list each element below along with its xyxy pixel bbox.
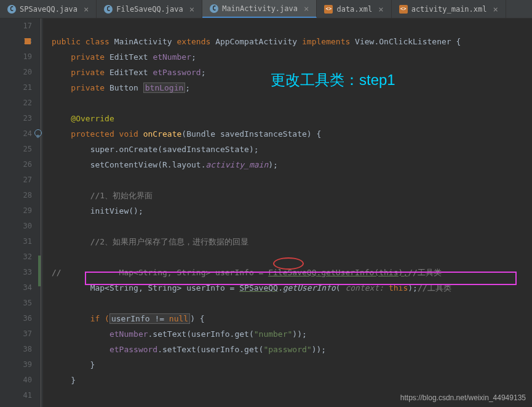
tab-label: activity_main.xml <box>411 5 487 14</box>
annotation-highlight-box <box>85 272 517 285</box>
tab-filesaveqq[interactable]: C FileSaveQQ.java × <box>97 0 202 18</box>
java-class-icon: C <box>7 5 16 14</box>
tab-label: FileSaveQQ.java <box>116 5 183 14</box>
close-icon[interactable]: × <box>189 4 194 14</box>
line-number: 18 <box>0 34 32 49</box>
line-number-gutter: 17 18 19 20 21 22 23 24 25 26 27 28 29 3… <box>0 18 43 407</box>
line-number: 31 <box>0 234 32 249</box>
line-number: 25 <box>0 142 32 157</box>
line-number: 32 <box>0 249 32 265</box>
code-editor[interactable]: 17 18 19 20 21 22 23 24 25 26 27 28 29 3… <box>0 18 532 407</box>
line-number: 17 <box>0 18 32 34</box>
annotation-circle <box>273 257 304 270</box>
diff-change-marker <box>38 256 41 286</box>
annotation-overlay: 更改工具类：step1 <box>271 70 395 90</box>
line-number: 40 <box>0 373 32 388</box>
line-number: 29 <box>0 203 32 219</box>
tab-mainactivity[interactable]: C MainActivity.java × <box>202 0 317 18</box>
line-number: 22 <box>0 95 32 111</box>
line-number: 19 <box>0 49 32 65</box>
watermark-text: https://blog.csdn.net/weixin_44949135 <box>400 393 526 402</box>
tab-label: MainActivity.java <box>222 4 298 13</box>
close-icon[interactable]: × <box>304 4 309 14</box>
tab-label: SPSaveQQ.java <box>20 5 77 14</box>
line-number: 27 <box>0 172 32 188</box>
override-icon[interactable] <box>34 129 42 137</box>
line-number: 28 <box>0 188 32 203</box>
tab-data-xml[interactable]: <> data.xml × <box>317 0 391 18</box>
line-number: 33 <box>0 265 32 280</box>
class-marker-icon <box>25 38 31 44</box>
close-icon[interactable]: × <box>84 4 89 14</box>
line-number: 41 <box>0 388 32 403</box>
xml-file-icon: <> <box>324 5 333 14</box>
line-number: 34 <box>0 280 32 296</box>
fold-guide <box>41 18 41 407</box>
tab-spsaveqq[interactable]: C SPSaveQQ.java × <box>0 0 97 18</box>
line-number: 20 <box>0 65 32 80</box>
java-class-icon: C <box>104 5 113 14</box>
line-number: 36 <box>0 311 32 326</box>
java-class-icon: C <box>210 4 218 13</box>
editor-tabs: C SPSaveQQ.java × C FileSaveQQ.java × C … <box>0 0 532 18</box>
tab-label: data.xml <box>336 5 372 14</box>
line-number: 30 <box>0 219 32 234</box>
line-number: 39 <box>0 357 32 373</box>
line-number: 37 <box>0 326 32 342</box>
line-number: 24 <box>0 126 32 142</box>
line-number: 23 <box>0 111 32 126</box>
line-number: 26 <box>0 157 32 172</box>
xml-file-icon: <> <box>399 5 408 14</box>
line-number: 38 <box>0 342 32 357</box>
tab-activity-main-xml[interactable]: <> activity_main.xml × <box>392 0 506 18</box>
close-icon[interactable]: × <box>493 4 498 14</box>
line-number: 35 <box>0 296 32 311</box>
close-icon[interactable]: × <box>378 4 383 14</box>
line-number: 21 <box>0 80 32 95</box>
